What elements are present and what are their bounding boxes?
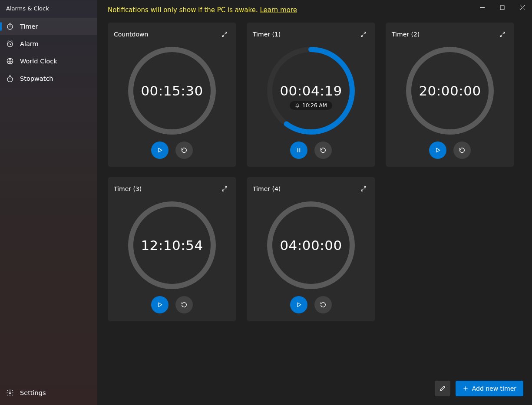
reset-button[interactable] — [314, 296, 332, 313]
timer-ring: 12:10:54 — [114, 194, 230, 296]
pause-button[interactable] — [290, 142, 307, 159]
expand-button[interactable] — [219, 183, 230, 194]
timer-display: 12:10:54 — [141, 237, 203, 253]
footer-actions: Add new timer — [435, 381, 523, 396]
timer-name: Countdown — [114, 31, 148, 38]
timer-card: Timer (3) 12:10:54 — [108, 177, 236, 321]
expand-button[interactable] — [358, 183, 369, 194]
timer-display: 00:15:30 — [141, 83, 203, 99]
timer-icon — [6, 23, 14, 30]
play-button[interactable] — [151, 296, 169, 313]
sidebar-nav: Timer Alarm World Clock — [0, 18, 97, 87]
alarm-time-badge: 10:26 AM — [290, 101, 332, 110]
timer-display: 04:00:00 — [280, 237, 342, 253]
gear-icon — [6, 389, 14, 397]
reset-button[interactable] — [175, 142, 193, 159]
sidebar-item-label: World Clock — [20, 58, 57, 65]
minimize-button[interactable] — [472, 0, 492, 15]
sidebar-item-stopwatch[interactable]: Stopwatch — [0, 70, 97, 87]
svg-rect-5 — [500, 6, 504, 10]
add-button-label: Add new timer — [472, 385, 516, 392]
expand-button[interactable] — [219, 29, 230, 40]
timer-ring: 00:04:19 10:26 AM — [253, 40, 369, 142]
notification-text: Notifications will only show if the PC i… — [108, 6, 260, 14]
app-title: Alarms & Clock — [0, 0, 97, 18]
timer-ring: 04:00:00 — [253, 194, 369, 296]
reset-button[interactable] — [453, 142, 471, 159]
sidebar: Alarms & Clock Timer Alarm — [0, 0, 97, 405]
sidebar-item-settings[interactable]: Settings — [0, 384, 97, 402]
timer-card: Countdown 00:15:30 — [108, 23, 236, 167]
sidebar-item-label: Settings — [20, 389, 46, 396]
play-button[interactable] — [290, 296, 307, 313]
sidebar-item-alarm[interactable]: Alarm — [0, 35, 97, 53]
sidebar-item-label: Timer — [20, 23, 38, 30]
alarm-icon — [6, 40, 14, 48]
globe-icon — [6, 57, 14, 65]
sidebar-item-label: Stopwatch — [20, 75, 53, 82]
sidebar-item-label: Alarm — [20, 40, 39, 47]
timer-grid: Countdown 00:15:30 Timer (1) 00:04:19 — [97, 14, 532, 330]
reset-button[interactable] — [314, 142, 332, 159]
timer-name: Timer (2) — [392, 31, 420, 38]
main-content: Notifications will only show if the PC i… — [97, 0, 532, 405]
edit-timers-button[interactable] — [435, 381, 450, 396]
timer-name: Timer (3) — [114, 185, 142, 192]
timer-card: Timer (2) 20:00:00 — [386, 23, 514, 167]
sidebar-item-timer[interactable]: Timer — [0, 18, 97, 35]
maximize-button[interactable] — [492, 0, 512, 15]
alarm-time-text: 10:26 AM — [302, 102, 327, 109]
learn-more-link[interactable]: Learn more — [260, 6, 297, 14]
timer-card: Timer (4) 04:00:00 — [247, 177, 375, 321]
reset-button[interactable] — [175, 296, 193, 313]
play-button[interactable] — [429, 142, 446, 159]
expand-button[interactable] — [358, 29, 369, 40]
timer-display: 00:04:19 — [280, 83, 342, 99]
timer-card: Timer (1) 00:04:19 10:26 AM — [247, 23, 375, 167]
timer-name: Timer (4) — [253, 185, 281, 192]
svg-point-4 — [9, 392, 11, 394]
play-button[interactable] — [151, 142, 169, 159]
timer-display: 20:00:00 — [419, 83, 481, 99]
expand-button[interactable] — [497, 29, 508, 40]
notification-banner: Notifications will only show if the PC i… — [97, 0, 532, 14]
add-new-timer-button[interactable]: Add new timer — [456, 381, 523, 396]
timer-ring: 00:15:30 — [114, 40, 230, 142]
timer-ring: 20:00:00 — [392, 40, 508, 142]
close-button[interactable] — [512, 0, 532, 15]
window-controls — [472, 0, 532, 15]
stopwatch-icon — [6, 75, 14, 82]
sidebar-item-world-clock[interactable]: World Clock — [0, 53, 97, 70]
timer-name: Timer (1) — [253, 31, 281, 38]
